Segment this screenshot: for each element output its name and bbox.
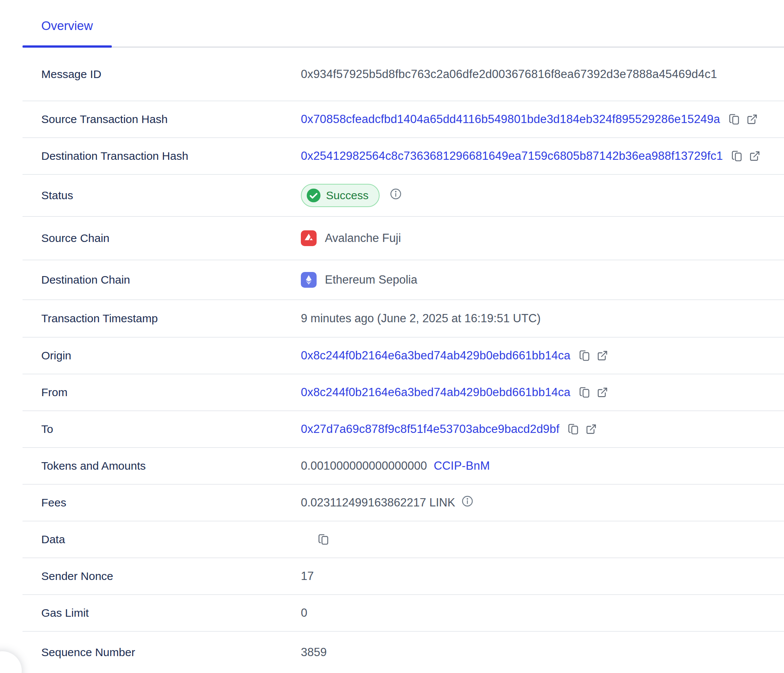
status-badge-text: Success xyxy=(326,189,369,202)
row-destination-chain: Destination Chain Ethereum Sepolia xyxy=(22,260,784,300)
tokens-label: Tokens and Amounts xyxy=(22,460,301,472)
check-circle-icon xyxy=(306,188,321,203)
external-link-button[interactable] xyxy=(597,350,608,361)
status-label: Status xyxy=(22,189,301,202)
copy-button[interactable] xyxy=(728,113,740,125)
external-link-button[interactable] xyxy=(586,424,597,435)
copy-icon xyxy=(728,113,740,125)
copy-icon xyxy=(731,150,743,162)
external-link-icon xyxy=(586,424,597,435)
origin-address-link[interactable]: 0x8c244f0b2164e6a3bed74ab429b0ebd661bb14… xyxy=(301,349,571,362)
from-label: From xyxy=(22,386,301,399)
floating-widget[interactable] xyxy=(0,651,22,673)
message-id-value: 0x934f57925b5d8fbc763c2a06dfe2d003676816… xyxy=(301,67,717,81)
row-origin: Origin 0x8c244f0b2164e6a3bed74ab429b0ebd… xyxy=(22,337,784,375)
row-from: From 0x8c244f0b2164e6a3bed74ab429b0ebd66… xyxy=(22,375,784,411)
sequence-number-label: Sequence Number xyxy=(22,646,301,659)
external-link-button[interactable] xyxy=(747,113,758,125)
source-tx-hash-link[interactable]: 0x70858cfeadcfbd1404a65dd4116b549801bde3… xyxy=(301,112,720,126)
copy-button[interactable] xyxy=(579,350,591,362)
dest-tx-hash-link[interactable]: 0x25412982564c8c7363681296681649ea7159c6… xyxy=(301,149,723,163)
row-fees: Fees 0.023112499163862217 LINK xyxy=(22,485,784,521)
avalanche-icon xyxy=(301,230,317,246)
row-transaction-timestamp: Transaction Timestamp 9 minutes ago (Jun… xyxy=(22,300,784,337)
copy-icon xyxy=(579,386,591,398)
external-link-icon xyxy=(747,113,758,125)
row-to: To 0x27d7a69c878f9c8f51f4e53703abce9bacd… xyxy=(22,411,784,448)
fees-label: Fees xyxy=(22,496,301,509)
row-data: Data xyxy=(22,521,784,558)
timestamp-value: 9 minutes ago (June 2, 2025 at 16:19:51 … xyxy=(301,312,541,325)
copy-button[interactable] xyxy=(731,150,743,162)
message-id-label: Message ID xyxy=(22,68,301,81)
token-amount: 0.001000000000000000 xyxy=(301,459,427,472)
source-chain-name: Avalanche Fuji xyxy=(325,232,401,245)
transaction-details-table: Message ID 0x934f57925b5d8fbc763c2a06dfe… xyxy=(22,48,784,673)
dest-chain-label: Destination Chain xyxy=(22,274,301,286)
row-message-id: Message ID 0x934f57925b5d8fbc763c2a06dfe… xyxy=(22,48,784,101)
tab-bar: Overview xyxy=(22,0,784,48)
tab-overview[interactable]: Overview xyxy=(22,19,112,47)
row-gas-limit: Gas Limit 0 xyxy=(22,595,784,632)
copy-button[interactable] xyxy=(568,423,580,435)
row-source-transaction-hash: Source Transaction Hash 0x70858cfeadcfbd… xyxy=(22,101,784,138)
external-link-icon xyxy=(597,350,608,361)
external-link-button[interactable] xyxy=(597,387,608,398)
copy-icon xyxy=(579,350,591,362)
token-symbol-link[interactable]: CCIP-BnM xyxy=(434,459,490,472)
timestamp-label: Transaction Timestamp xyxy=(22,312,301,325)
ccip-transaction-overview-page: Overview Message ID 0x934f57925b5d8fbc76… xyxy=(0,0,784,673)
info-icon xyxy=(389,188,402,203)
copy-icon xyxy=(568,423,580,435)
external-link-icon xyxy=(749,151,761,162)
row-destination-transaction-hash: Destination Transaction Hash 0x254129825… xyxy=(22,138,784,175)
source-chain-label: Source Chain xyxy=(22,232,301,245)
info-icon xyxy=(461,495,474,511)
dest-tx-label: Destination Transaction Hash xyxy=(22,150,301,162)
tab-overview-label: Overview xyxy=(41,19,93,33)
ethereum-icon xyxy=(301,272,317,288)
to-address-link[interactable]: 0x27d7a69c878f9c8f51f4e53703abce9bacd2d9… xyxy=(301,423,559,436)
row-status: Status Success xyxy=(22,175,784,217)
copy-button[interactable] xyxy=(318,533,330,546)
fees-info-button[interactable] xyxy=(461,495,474,511)
row-sequence-number: Sequence Number 3859 xyxy=(22,632,784,673)
to-label: To xyxy=(22,423,301,435)
source-tx-label: Source Transaction Hash xyxy=(22,113,301,126)
status-info-button[interactable] xyxy=(389,188,402,203)
row-tokens-and-amounts: Tokens and Amounts 0.001000000000000000 … xyxy=(22,448,784,485)
row-source-chain: Source Chain Avalanche Fuji xyxy=(22,217,784,260)
from-address-link[interactable]: 0x8c244f0b2164e6a3bed74ab429b0ebd661bb14… xyxy=(301,385,571,399)
copy-icon xyxy=(318,533,330,546)
sender-nonce-value: 17 xyxy=(301,569,314,583)
external-link-icon xyxy=(597,387,608,398)
fees-value: 0.023112499163862217 LINK xyxy=(301,496,455,510)
copy-button[interactable] xyxy=(579,386,591,398)
dest-chain-name: Ethereum Sepolia xyxy=(325,273,417,287)
sequence-number-value: 3859 xyxy=(301,646,327,659)
sender-nonce-label: Sender Nonce xyxy=(22,570,301,583)
gas-limit-label: Gas Limit xyxy=(22,606,301,619)
data-label: Data xyxy=(22,533,301,546)
status-badge: Success xyxy=(301,184,380,207)
row-sender-nonce: Sender Nonce 17 xyxy=(22,558,784,595)
external-link-button[interactable] xyxy=(749,151,761,162)
origin-label: Origin xyxy=(22,349,301,362)
gas-limit-value: 0 xyxy=(301,606,307,620)
